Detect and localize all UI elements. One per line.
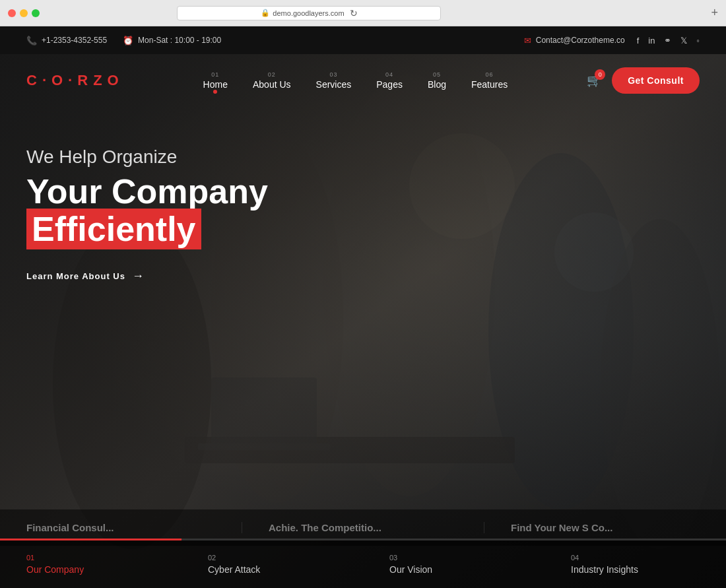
business-hours: Mon-Sat : 10:00 - 19:00: [138, 36, 221, 45]
bottom-tab-1[interactable]: 01 Our Company: [0, 539, 182, 588]
hero-title-plain: Your Company: [26, 172, 268, 211]
facebook-icon[interactable]: f: [637, 36, 640, 46]
hero-title: Your Company Efficiently: [26, 173, 700, 248]
dot-yellow[interactable]: [20, 9, 28, 17]
dot-red[interactable]: [8, 9, 16, 17]
address-bar[interactable]: 🔒 demo.goodlayers.com ↻: [177, 6, 441, 20]
nav-item-services[interactable]: 03 Services: [306, 66, 362, 95]
refresh-button[interactable]: ↻: [350, 8, 358, 18]
nav-menu: 01 Home 02 About Us 03 Services 04 Pages…: [193, 66, 519, 95]
logo[interactable]: C·O·RZO: [26, 72, 124, 89]
bottom-tabs: 01 Our Company 02 Cyber Attack 03 Our Vi…: [0, 539, 726, 588]
hours-item: ⏰ Mon-Sat : 10:00 - 19:00: [123, 36, 221, 46]
bottom-tab-3[interactable]: 03 Our Vision: [363, 539, 544, 588]
clock-icon: ⏰: [123, 36, 133, 46]
phone-item: 📞 +1-2353-4352-555: [26, 36, 107, 46]
nav-item-features[interactable]: 06 Features: [461, 66, 518, 95]
site-wrapper: C·O·RZO 01 Home 02 About Us 03 Services …: [0, 54, 726, 588]
below-fold-items: Financial Consul... Achie. The Competiti…: [0, 522, 726, 533]
twitter-icon[interactable]: 𝕏: [680, 36, 687, 46]
social-icons: f in ⚭ 𝕏 ◦: [637, 36, 700, 46]
new-tab-button[interactable]: +: [711, 6, 718, 20]
instagram-icon[interactable]: ◦: [696, 36, 700, 46]
nav-item-home[interactable]: 01 Home: [193, 66, 238, 95]
linkedin-icon[interactable]: in: [648, 36, 655, 46]
below-fold-item-3: Find Your New S Co...: [484, 522, 726, 533]
below-fold-item-2: Achie. The Competitio...: [242, 522, 484, 533]
tab-line-2: [182, 539, 363, 540]
nav-item-pages[interactable]: 04 Pages: [366, 66, 413, 95]
hero-subtitle: We Help Organize: [26, 147, 700, 168]
email-icon: ✉: [524, 36, 531, 46]
navbar: C·O·RZO 01 Home 02 About Us 03 Services …: [0, 54, 726, 107]
browser-dots: [8, 9, 40, 17]
nav-item-blog[interactable]: 05 Blog: [417, 66, 457, 95]
below-fold-item-1: Financial Consul...: [0, 522, 242, 533]
logo-text: C·O·RZO: [26, 72, 124, 88]
cart-wrapper[interactable]: 🛒 0: [587, 73, 601, 88]
phone-number: +1-2353-4352-555: [42, 36, 107, 45]
browser-chrome: 🔒 demo.goodlayers.com ↻ +: [0, 0, 726, 26]
top-bar: 📞 +1-2353-4352-555 ⏰ Mon-Sat : 10:00 - 1…: [0, 26, 726, 54]
hero-content: We Help Organize Your Company Efficientl…: [0, 107, 726, 283]
learn-more-text: Learn More About Us: [26, 271, 125, 281]
hero-title-highlight: Efficiently: [26, 209, 201, 249]
email-address: Contact@Corzotheme.co: [536, 36, 625, 45]
arrow-icon: →: [132, 269, 145, 283]
bottom-tab-2[interactable]: 02 Cyber Attack: [182, 539, 363, 588]
nav-item-about[interactable]: 02 About Us: [242, 66, 302, 95]
pinterest-icon[interactable]: ⚭: [664, 36, 671, 46]
dot-green[interactable]: [32, 9, 40, 17]
cart-badge: 0: [595, 69, 605, 80]
phone-icon: 📞: [26, 36, 37, 46]
tab-line-1: [0, 539, 182, 540]
top-bar-left: 📞 +1-2353-4352-555 ⏰ Mon-Sat : 10:00 - 1…: [26, 36, 221, 46]
email-item: ✉ Contact@Corzotheme.co: [524, 36, 625, 46]
learn-more-link[interactable]: Learn More About Us →: [26, 269, 145, 283]
top-bar-right: ✉ Contact@Corzotheme.co f in ⚭ 𝕏 ◦: [524, 36, 700, 46]
nav-right: 🛒 0 Get Consult: [587, 67, 700, 94]
bottom-tab-4[interactable]: 04 Industry Insights: [544, 539, 726, 588]
tab-line-3: [363, 539, 544, 540]
tab-line-4: [544, 539, 726, 540]
get-consult-button[interactable]: Get Consult: [612, 67, 700, 94]
